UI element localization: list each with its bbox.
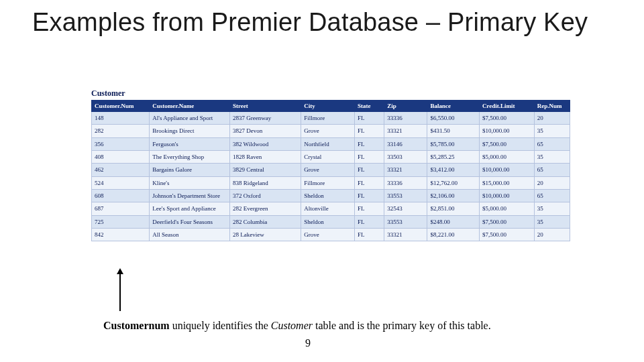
- cell-zip: 33503: [384, 151, 427, 164]
- col-rep-num: Rep.Num: [534, 101, 570, 112]
- cell-num: 687: [92, 202, 150, 215]
- arrow-icon: [119, 274, 121, 311]
- cell-name: Johnson's Department Store: [150, 190, 230, 202]
- cell-street: 1828 Raven: [229, 151, 301, 164]
- cell-name: Al's Appliance and Sport: [150, 112, 230, 125]
- page-title: Examples from Premier Database – Primary…: [32, 8, 612, 38]
- cell-name: Ferguson's: [150, 137, 230, 150]
- cell-zip: 33321: [384, 164, 427, 176]
- col-credit-limit: Credit.Limit: [479, 101, 534, 112]
- cell-cred: $7,500.00: [479, 137, 534, 150]
- col-customer-num: Customer.Num: [92, 101, 150, 112]
- table-row: 842All Season28 LakeviewGroveFL33321$8,2…: [92, 229, 570, 241]
- table-row: 608Johnson's Department Store372 OxfordS…: [92, 190, 570, 202]
- cell-bal: $248.00: [427, 215, 480, 228]
- cell-bal: $12,762.00: [427, 176, 480, 189]
- caption: Customernum uniquely identifies the Cust…: [103, 319, 533, 333]
- col-state: State: [354, 101, 384, 112]
- cell-bal: $8,221.00: [427, 229, 480, 241]
- cell-num: 282: [92, 125, 150, 137]
- cell-city: Grove: [301, 125, 355, 137]
- cell-name: Kline's: [150, 176, 230, 189]
- caption-end: table and is the primary key of this tab…: [313, 320, 491, 331]
- caption-bold: Customernum: [103, 320, 170, 331]
- cell-street: 28 Lakeview: [229, 229, 301, 241]
- cell-city: Sheldon: [301, 190, 355, 202]
- caption-italic: Customer: [271, 320, 313, 331]
- cell-rep: 35: [534, 125, 570, 137]
- cell-street: 382 Wildwood: [229, 137, 301, 150]
- slide: Examples from Premier Database – Primary…: [0, 0, 644, 362]
- table-row: 524Kline's838 RidgelandFillmoreFL33336$1…: [92, 176, 570, 189]
- cell-city: Fillmore: [301, 176, 355, 189]
- cell-zip: 33336: [384, 112, 427, 125]
- table-row: 408The Everything Shop1828 RavenCrystalF…: [92, 151, 570, 164]
- cell-name: All Season: [150, 229, 230, 241]
- cell-street: 372 Oxford: [229, 190, 301, 202]
- cell-name: Bargains Galore: [150, 164, 230, 176]
- customer-table-wrap: Customer Customer.Num Customer.Name Stre…: [91, 88, 570, 241]
- col-zip: Zip: [384, 101, 427, 112]
- col-customer-name: Customer.Name: [150, 101, 230, 112]
- cell-num: 725: [92, 215, 150, 228]
- cell-zip: 33553: [384, 215, 427, 228]
- cell-state: FL: [354, 202, 384, 215]
- col-balance: Balance: [427, 101, 480, 112]
- table-row: 282Brookings Direct3827 DevonGroveFL3332…: [92, 125, 570, 137]
- cell-rep: 65: [534, 164, 570, 176]
- cell-cred: $5,000.00: [479, 202, 534, 215]
- cell-num: 842: [92, 229, 150, 241]
- cell-cred: $5,000.00: [479, 151, 534, 164]
- cell-zip: 33321: [384, 229, 427, 241]
- cell-city: Northfield: [301, 137, 355, 150]
- cell-zip: 33336: [384, 176, 427, 189]
- cell-bal: $5,785.00: [427, 137, 480, 150]
- cell-rep: 20: [534, 112, 570, 125]
- cell-city: Sheldon: [301, 215, 355, 228]
- cell-num: 608: [92, 190, 150, 202]
- table-row: 725Deerfield's Four Seasons282 ColumbiaS…: [92, 215, 570, 228]
- cell-cred: $7,500.00: [479, 112, 534, 125]
- table-row: 356Ferguson's382 WildwoodNorthfieldFL331…: [92, 137, 570, 150]
- cell-cred: $10,000.00: [479, 125, 534, 137]
- cell-name: The Everything Shop: [150, 151, 230, 164]
- cell-num: 356: [92, 137, 150, 150]
- cell-city: Altonville: [301, 202, 355, 215]
- customer-table: Customer.Num Customer.Name Street City S…: [91, 100, 570, 241]
- cell-bal: $5,285.25: [427, 151, 480, 164]
- cell-cred: $7,500.00: [479, 229, 534, 241]
- cell-bal: $2,851.00: [427, 202, 480, 215]
- cell-num: 524: [92, 176, 150, 189]
- cell-zip: 33553: [384, 190, 427, 202]
- table-body: 148Al's Appliance and Sport2837 Greenway…: [92, 112, 570, 241]
- cell-bal: $6,550.00: [427, 112, 480, 125]
- cell-city: Grove: [301, 229, 355, 241]
- cell-name: Brookings Direct: [150, 125, 230, 137]
- cell-zip: 32543: [384, 202, 427, 215]
- cell-state: FL: [354, 229, 384, 241]
- cell-street: 2837 Greenway: [229, 112, 301, 125]
- caption-mid: uniquely identifies the: [170, 320, 271, 331]
- page-number: 9: [305, 337, 311, 349]
- cell-street: 3829 Central: [229, 164, 301, 176]
- table-row: 462Bargains Galore3829 CentralGroveFL333…: [92, 164, 570, 176]
- cell-bal: $3,412.00: [427, 164, 480, 176]
- cell-rep: 35: [534, 215, 570, 228]
- cell-city: Crystal: [301, 151, 355, 164]
- cell-state: FL: [354, 164, 384, 176]
- cell-state: FL: [354, 190, 384, 202]
- cell-bal: $431.50: [427, 125, 480, 137]
- col-city: City: [301, 101, 355, 112]
- cell-zip: 33146: [384, 137, 427, 150]
- cell-state: FL: [354, 137, 384, 150]
- cell-bal: $2,106.00: [427, 190, 480, 202]
- cell-name: Deerfield's Four Seasons: [150, 215, 230, 228]
- cell-zip: 33321: [384, 125, 427, 137]
- cell-cred: $10,000.00: [479, 190, 534, 202]
- cell-rep: 20: [534, 176, 570, 189]
- cell-street: 838 Ridgeland: [229, 176, 301, 189]
- cell-street: 3827 Devon: [229, 125, 301, 137]
- table-label: Customer: [91, 88, 570, 99]
- table-row: 687Lee's Sport and Appliance282 Evergree…: [92, 202, 570, 215]
- cell-state: FL: [354, 215, 384, 228]
